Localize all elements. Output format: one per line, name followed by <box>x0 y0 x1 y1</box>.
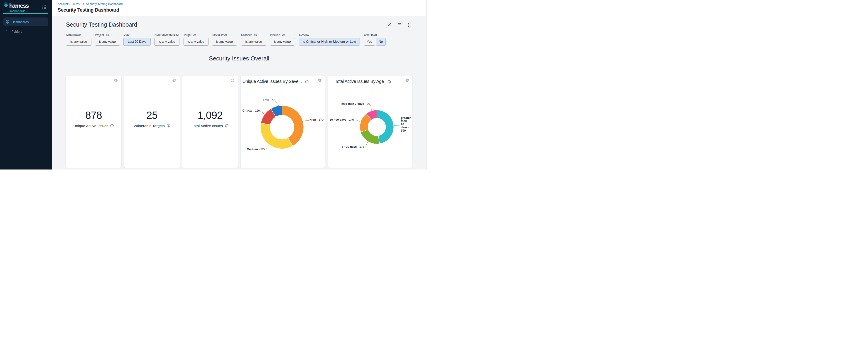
svg-text:30 - 90 days - 146: 30 - 90 days - 146 <box>330 118 354 121</box>
svg-text:High - 370: High - 370 <box>309 118 323 121</box>
svg-text:Low - 77: Low - 77 <box>263 98 275 102</box>
svg-text:days -: days - <box>401 125 409 129</box>
svg-text:Medium - 322: Medium - 322 <box>247 147 265 151</box>
svg-text:90: 90 <box>401 122 404 126</box>
svg-text:359: 359 <box>401 129 406 132</box>
svg-text:greater: greater <box>401 116 411 119</box>
svg-text:less than 7 days - 80: less than 7 days - 80 <box>341 102 370 106</box>
svg-text:7 - 30 days - 173: 7 - 30 days - 173 <box>342 145 364 148</box>
svg-text:Critical - 116: Critical - 116 <box>242 109 259 112</box>
svg-text:than: than <box>401 119 407 123</box>
